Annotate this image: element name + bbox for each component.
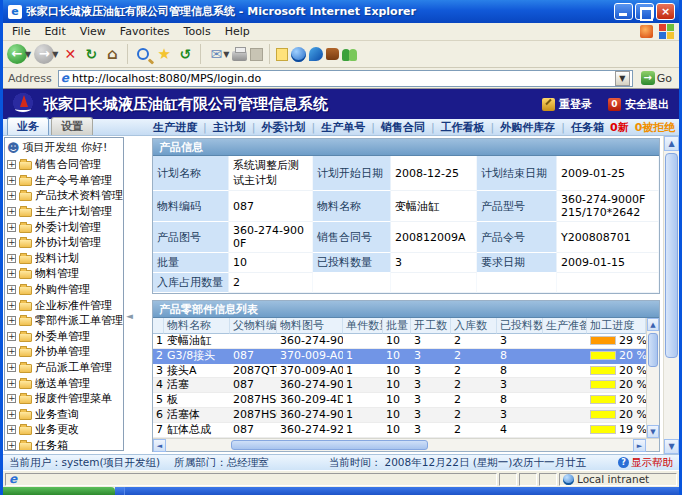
start-button[interactable] (3, 487, 115, 495)
history-icon[interactable]: ↺ (176, 46, 194, 62)
expand-icon[interactable]: + (7, 441, 16, 450)
sidebar-item-企业标准件管理[interactable]: +企业标准件管理 (5, 297, 123, 313)
minimize-button[interactable] (614, 3, 633, 20)
scroll-up-icon[interactable]: ▲ (647, 318, 659, 331)
relogin-link[interactable]: 重登录 (542, 97, 592, 112)
home-icon[interactable]: ⌂ (103, 45, 121, 63)
notes-icon[interactable] (276, 48, 288, 61)
expand-icon[interactable]: + (7, 207, 16, 216)
sidebar-item-业务更改[interactable]: +业务更改 (5, 422, 123, 438)
page-vscroll-thumb[interactable] (665, 153, 678, 358)
expand-icon[interactable]: + (7, 223, 16, 232)
sidebar-item-生产令号单管理[interactable]: +生产令号单管理 (5, 173, 123, 189)
nav-link-7[interactable]: 外购件库存 (500, 120, 555, 135)
research-icon[interactable] (326, 48, 339, 60)
parts-horizontal-scrollbar[interactable]: ◄ ► (153, 438, 659, 451)
close-button[interactable]: × (656, 3, 675, 20)
nav-link-4[interactable]: 生产单号 (321, 120, 365, 135)
column-header[interactable]: 物料图号 (277, 318, 343, 334)
sidebar-item-外委计划管理[interactable]: +外委计划管理 (5, 219, 123, 235)
expand-icon[interactable]: + (7, 394, 16, 403)
table-row[interactable]: 3接头A2087QT002370-009-A085011032820 % (153, 364, 646, 379)
sidebar-item-任务箱[interactable]: +任务箱 (5, 438, 123, 451)
nav-link-6[interactable]: 工作看板 (441, 120, 485, 135)
column-header[interactable]: 开工数 (411, 318, 451, 334)
show-help-link[interactable]: ? 显示帮助 (618, 456, 673, 470)
column-header[interactable]: 生产准备 (543, 318, 587, 334)
sidebar-item-外委单管理[interactable]: +外委单管理 (5, 329, 123, 345)
back-icon[interactable]: ←▼ (7, 44, 31, 64)
tab-设置[interactable]: 设置 (51, 117, 93, 135)
sidebar-item-零部件派工单管理[interactable]: +零部件派工单管理 (5, 313, 123, 329)
sidebar-splitter[interactable]: ◄ (124, 136, 152, 454)
expand-icon[interactable]: + (7, 316, 16, 325)
msn-icon[interactable] (309, 47, 323, 61)
column-header[interactable]: 入库数 (451, 318, 497, 334)
messenger-icon[interactable] (342, 47, 358, 61)
sidebar-item-物料管理[interactable]: +物料管理 (5, 266, 123, 282)
expand-icon[interactable]: + (7, 238, 16, 247)
nav-link-1[interactable]: 生产进度 (153, 120, 197, 135)
table-row[interactable]: 4活塞087360-274-9010F11032320 % (153, 378, 646, 393)
parts-vscroll-thumb[interactable] (648, 333, 658, 367)
tab-业务[interactable]: 业务 (7, 117, 49, 135)
sidebar-item-外购件管理[interactable]: +外购件管理 (5, 282, 123, 298)
address-input[interactable]: e http://localhost:8080/MPS/login.do ▼ (58, 70, 633, 87)
expand-icon[interactable]: + (7, 363, 16, 372)
menu-tools[interactable]: Tools (177, 24, 218, 39)
table-row[interactable]: 2G3/8接头087370-009-A084011032820 % (153, 349, 646, 364)
nav-link-5[interactable]: 销售合同 (381, 120, 425, 135)
web-icon[interactable] (291, 47, 306, 62)
sidebar-item-报废件管理菜单[interactable]: +报废件管理菜单 (5, 391, 123, 407)
table-row[interactable]: 5板2087HS002360-209-4D01011032820 % (153, 393, 646, 408)
menu-help[interactable]: Help (218, 24, 257, 39)
table-row[interactable]: 6活塞体2087HS002360-274-9011W11032320 % (153, 408, 646, 423)
menu-file[interactable]: File (5, 24, 37, 39)
search-icon[interactable] (134, 48, 152, 60)
go-button[interactable]: → Go (637, 69, 676, 87)
nav-link-3[interactable]: 外委计划 (261, 120, 305, 135)
expand-icon[interactable]: + (7, 191, 16, 200)
parts-vertical-scrollbar[interactable]: ▲ ▼ (646, 318, 659, 438)
column-header[interactable]: 批量 (383, 318, 411, 334)
sidebar-item-产品派工单管理[interactable]: +产品派工单管理 (5, 360, 123, 376)
column-header[interactable]: 单件数量 (343, 318, 383, 334)
sidebar-item-销售合同管理[interactable]: +销售合同管理 (5, 157, 123, 173)
menu-view[interactable]: View (73, 24, 113, 39)
expand-icon[interactable]: + (7, 332, 16, 341)
address-url[interactable]: http://localhost:8080/MPS/login.do (72, 72, 612, 85)
parts-hscroll-thumb[interactable] (231, 440, 427, 450)
table-row[interactable]: 7缸体总成087360-274-9200F11032419 % (153, 423, 646, 438)
windows-taskbar[interactable] (3, 487, 679, 495)
sidebar-item-主生产计划管理[interactable]: +主生产计划管理 (5, 204, 123, 220)
expand-icon[interactable]: + (7, 160, 16, 169)
column-header[interactable]: 已投料数 (497, 318, 543, 334)
page-scroll-down-icon[interactable]: ▼ (664, 439, 679, 454)
expand-icon[interactable]: + (7, 347, 16, 356)
logout-link[interactable]: 0 安全退出 (608, 97, 669, 112)
expand-icon[interactable]: + (7, 379, 16, 388)
stop-icon[interactable]: ✕ (61, 46, 79, 62)
column-header[interactable]: 父物料编码 (230, 318, 277, 334)
expand-icon[interactable]: + (7, 410, 16, 419)
scroll-left-icon[interactable]: ◄ (153, 439, 166, 452)
scroll-down-icon[interactable]: ▼ (647, 425, 659, 438)
mail-icon[interactable]: ✉▼ (207, 46, 229, 62)
address-dropdown-button[interactable]: ▼ (615, 71, 630, 86)
expand-icon[interactable]: + (7, 254, 16, 263)
menu-edit[interactable]: Edit (37, 24, 72, 39)
expand-icon[interactable]: + (7, 301, 16, 310)
scroll-right-icon[interactable]: ► (633, 439, 646, 452)
expand-icon[interactable]: + (7, 176, 16, 185)
expand-icon[interactable]: + (7, 285, 16, 294)
page-scroll-up-icon[interactable]: ▲ (664, 136, 679, 151)
collapse-sidebar-icon[interactable]: ◄ (126, 311, 133, 321)
sidebar-item-外协计划管理[interactable]: +外协计划管理 (5, 235, 123, 251)
expand-icon[interactable]: + (7, 269, 16, 278)
sidebar-item-业务查询[interactable]: +业务查询 (5, 407, 123, 423)
sidebar-item-缴送单管理[interactable]: +缴送单管理 (5, 375, 123, 391)
expand-icon[interactable]: + (7, 425, 16, 434)
sidebar-item-外协单管理[interactable]: +外协单管理 (5, 344, 123, 360)
sidebar-item-投料计划[interactable]: +投料计划 (5, 251, 123, 267)
column-header[interactable] (153, 318, 164, 334)
